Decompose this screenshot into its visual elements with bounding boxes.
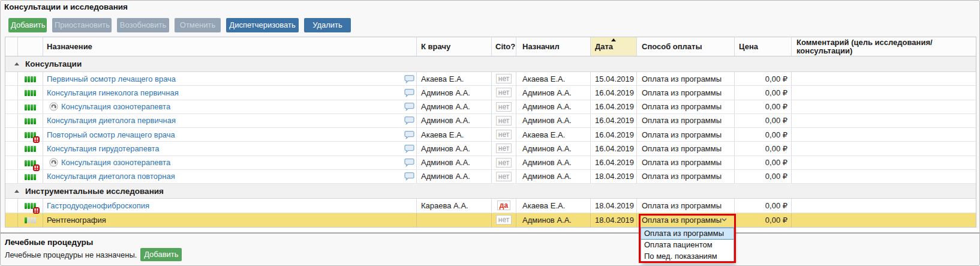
payment-cell: Оплата из программы: [637, 142, 735, 155]
header-payment[interactable]: Способ оплаты: [637, 37, 735, 56]
header-date[interactable]: Дата: [591, 37, 637, 56]
doctor-cell: Акаева Е.А.: [417, 128, 492, 141]
payment-cell: Оплата из программы: [637, 199, 735, 213]
comment-cell: [792, 199, 976, 213]
price-cell: 0,00 ₽: [735, 72, 792, 85]
header-price[interactable]: Цена: [735, 37, 792, 56]
assigned-by-cell: Админов А.А.: [516, 86, 591, 99]
status-cell: [18, 72, 43, 85]
doctor-cell: Админов А.А.: [417, 100, 492, 113]
procedures-title: Лечебные процедуры: [5, 238, 93, 247]
date-cell: 16.04.2019: [591, 142, 637, 155]
header-cito[interactable]: Cito?: [492, 37, 516, 56]
table-row[interactable]: Первичный осмотр лечащего врача Акаева Е…: [5, 72, 976, 86]
header-appointment[interactable]: Назначение: [43, 37, 417, 56]
comment-bubble-icon[interactable]: [404, 158, 414, 167]
comment-bubble-icon[interactable]: [404, 102, 414, 111]
appointment-link[interactable]: Повторный осмотр лечащего врача: [47, 130, 175, 139]
date-cell: 16.04.2019: [591, 114, 637, 127]
section-divider: [1, 232, 979, 234]
doctor-cell: [417, 213, 492, 228]
table-row[interactable]: Консультация диетолога первичная Админов…: [5, 114, 976, 128]
cito-flag: нет: [496, 88, 512, 97]
header-assigned-by[interactable]: Назначил: [516, 37, 591, 56]
procedures-add-button[interactable]: Добавить: [140, 248, 182, 261]
payment-cell: Оплата из программы: [637, 72, 735, 85]
cito-flag: нет: [496, 130, 512, 139]
price-cell: 0,00 ₽: [735, 213, 792, 228]
appointment-label[interactable]: Рентгенография: [47, 216, 106, 225]
payment-select[interactable]: Оплата из программы: [642, 216, 730, 225]
price-cell: 0,00 ₽: [735, 86, 792, 99]
table-row[interactable]: Консультация гинеколога первичная Админо…: [5, 86, 976, 100]
date-cell: 16.04.2019: [591, 156, 637, 169]
payment-cell: Оплата из программы: [637, 86, 735, 99]
appointment-link[interactable]: Гастродуоденофиброскопия: [47, 201, 149, 210]
price-cell: 0,00 ₽: [735, 142, 792, 155]
repeat-icon: [49, 102, 58, 111]
assigned-by-cell: Админов А.А.: [516, 142, 591, 155]
dispatch-button[interactable]: Диспетчеризовать: [226, 18, 299, 32]
comment-bubble-icon[interactable]: [404, 130, 414, 139]
status-progress-icon: [25, 76, 36, 82]
header-doctor[interactable]: К врачу: [417, 37, 492, 56]
price-cell: 0,00 ₽: [735, 114, 792, 127]
assigned-by-cell: Акаева Е.А.: [516, 199, 591, 213]
table-row[interactable]: Повторный осмотр лечащего врача Акаева Е…: [5, 128, 976, 142]
dropdown-option[interactable]: По мед. показаниям: [641, 251, 734, 262]
resume-button[interactable]: Возобновить: [117, 18, 169, 32]
status-cell: [18, 199, 43, 213]
pause-button[interactable]: Приостановить: [52, 18, 112, 32]
price-cell: 0,00 ₽: [735, 100, 792, 113]
date-cell: 16.04.2019: [591, 86, 637, 99]
comment-bubble-icon[interactable]: [404, 172, 414, 181]
procedures-empty-text: Лечебные процедуры не назначены.: [5, 250, 137, 259]
appointment-link[interactable]: Консультация гирудотерапевта: [47, 144, 160, 153]
table-row[interactable]: Гастродуоденофиброскопия Караева А.А. да…: [5, 199, 976, 213]
dropdown-option[interactable]: Оплата пациентом: [641, 240, 734, 251]
appointment-link[interactable]: Консультация диетолога первичная: [47, 116, 176, 125]
appointment-link[interactable]: Консультация гинеколога первичная: [47, 88, 179, 97]
assigned-by-cell: Акаева Е.А.: [516, 72, 591, 85]
appointment-link[interactable]: Консультация озонотерапевта: [61, 158, 170, 167]
status-progress-icon: [25, 146, 36, 152]
status-progress-icon: [25, 174, 36, 180]
assigned-by-cell: Админов А.А.: [516, 100, 591, 113]
dropdown-option[interactable]: Оплата из программы: [641, 228, 734, 240]
comment-bubble-icon[interactable]: [404, 144, 414, 153]
table-row[interactable]: Консультация озонотерапевта Админов А.А.…: [5, 156, 976, 170]
date-cell: 16.04.2019: [591, 128, 637, 141]
group-row-instrumental[interactable]: Инструментальные исследования: [5, 184, 976, 199]
appointment-link[interactable]: Первичный осмотр лечащего врача: [47, 74, 176, 83]
appointment-link[interactable]: Консультация диетолога повторная: [47, 172, 175, 181]
comment-cell: [792, 72, 976, 85]
payment-cell: Оплата из программы: [637, 100, 735, 113]
date-cell: 18.04.2019: [591, 170, 637, 183]
add-button[interactable]: Добавить: [8, 18, 47, 32]
table-row-selected[interactable]: Рентгенография нет Админов А.А. 18.04.20…: [5, 213, 976, 228]
group-row-consultations[interactable]: Консультации: [5, 56, 976, 72]
cito-flag: нет: [496, 102, 512, 112]
appointment-link[interactable]: Консультация озонотерапевта: [61, 102, 170, 111]
comment-cell: [792, 142, 976, 155]
comment-bubble-icon[interactable]: [404, 74, 414, 83]
comment-bubble-icon[interactable]: [404, 116, 414, 125]
cito-flag: нет: [496, 144, 512, 153]
table-row[interactable]: Консультация озонотерапевта Админов А.А.…: [5, 100, 976, 114]
status-progress-icon: [25, 104, 36, 110]
date-cell: 16.04.2019: [591, 100, 637, 113]
table-row[interactable]: Консультация гирудотерапевта Админов А.А…: [5, 142, 976, 156]
date-cell: 15.04.2019: [591, 72, 637, 85]
status-cell: [18, 114, 43, 127]
delete-button[interactable]: Удалить: [304, 18, 351, 32]
status-cell: [18, 213, 43, 228]
table-row[interactable]: Консультация диетолога повторная Админов…: [5, 170, 976, 184]
status-progress-icon: [25, 90, 36, 96]
procedures-row: Лечебные процедуры не назначены. Добавит…: [5, 248, 182, 261]
header-comment[interactable]: Комментарий (цель исследования/консульта…: [792, 37, 976, 56]
doctor-cell: Админов А.А.: [417, 114, 492, 127]
collapse-triangle-icon: [14, 190, 19, 193]
assigned-by-cell: Админов А.А.: [516, 156, 591, 169]
cancel-button[interactable]: Отменить: [175, 18, 221, 32]
comment-bubble-icon[interactable]: [404, 88, 414, 97]
